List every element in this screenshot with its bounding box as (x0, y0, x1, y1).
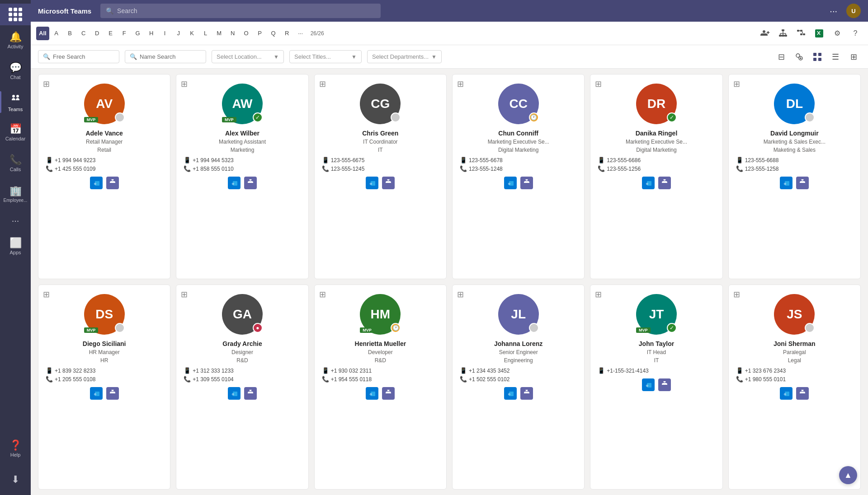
org-chart-tool[interactable] (776, 26, 790, 41)
person-card[interactable]: ⊞ CC 🕐 Chun Conniff Marketing Executive … (452, 74, 585, 279)
alpha-btn-n[interactable]: N (226, 27, 239, 40)
settings-tool[interactable]: ⚙ (830, 26, 844, 41)
alpha-btn-q[interactable]: Q (267, 27, 280, 40)
global-search[interactable]: 🔍 Search (100, 4, 381, 18)
qr-icon[interactable]: ⊞ (595, 290, 602, 299)
teams-chat-button[interactable] (106, 177, 119, 189)
person-card[interactable]: ⊞ GA ● Grady Archie Designer R&D 📱 +1 31… (176, 285, 308, 490)
teams-chat-button[interactable] (520, 387, 533, 400)
sidebar-item-help[interactable]: ❓ Help (0, 434, 31, 464)
alpha-btn-l[interactable]: L (199, 27, 212, 40)
outlook-button[interactable]: O (366, 177, 378, 189)
outlook-button[interactable]: O (780, 387, 793, 400)
alpha-btn-p[interactable]: P (254, 27, 266, 40)
teams-chat-button[interactable] (520, 177, 533, 189)
alpha-btn-j[interactable]: J (172, 27, 185, 40)
teams-chat-button[interactable] (244, 177, 257, 189)
filter-icon-btn[interactable]: ⊟ (774, 50, 788, 64)
alpha-btn-f[interactable]: F (118, 27, 131, 40)
help-tool[interactable]: ? (848, 26, 863, 41)
sidebar-item-calls[interactable]: 📞 Calls (0, 148, 31, 179)
qr-icon[interactable]: ⊞ (457, 79, 464, 89)
results-count: 26/26 (311, 30, 324, 37)
alpha-btn-m[interactable]: M (213, 27, 226, 40)
sidebar-item-activity[interactable]: 🔔 Activity (0, 25, 31, 56)
person-card[interactable]: ⊞ JL Johanna Lorenz Senior Engineer Engi… (452, 285, 585, 490)
alpha-btn-o[interactable]: O (240, 27, 253, 40)
user-avatar[interactable]: U (846, 4, 861, 18)
sidebar-item-chat[interactable]: 💬 Chat (0, 56, 31, 87)
qr-icon[interactable]: ⊞ (181, 79, 188, 89)
outlook-button[interactable]: O (366, 387, 378, 400)
sidebar-item-apps[interactable]: ⬜ Apps (0, 231, 31, 262)
alpha-btn-i[interactable]: I (159, 27, 171, 40)
alpha-btn-d[interactable]: D (91, 27, 104, 40)
alpha-btn-k[interactable]: K (186, 27, 198, 40)
alpha-btn-r[interactable]: R (281, 27, 293, 40)
sidebar-more[interactable]: ··· (0, 210, 31, 231)
outlook-button[interactable]: O (504, 387, 517, 400)
add-person-tool[interactable] (758, 26, 772, 41)
alpha-btn-e[interactable]: E (104, 27, 117, 40)
qr-icon[interactable]: ⊞ (733, 290, 740, 299)
person-card[interactable]: ⊞ CG Chris Green IT Coordinator IT 📱 123… (314, 74, 447, 279)
scroll-top-button[interactable]: ▲ (839, 466, 857, 484)
qr-icon[interactable]: ⊞ (319, 79, 326, 89)
outlook-button[interactable]: O (90, 387, 103, 400)
qr-icon[interactable]: ⊞ (457, 290, 464, 299)
sidebar-item-calendar[interactable]: 📅 Calendar (0, 117, 31, 148)
person-mobile: 📱 +1 312 333 1233 (184, 367, 301, 374)
excel-tool[interactable] (812, 26, 826, 41)
alpha-btn-a[interactable]: A (50, 27, 63, 40)
alpha-btn-more[interactable]: ··· (294, 27, 307, 40)
qr-icon[interactable]: ⊞ (319, 290, 326, 299)
sidebar-item-download[interactable]: ⬇ (0, 464, 31, 495)
person-card[interactable]: ⊞ HM MVP 🕐 Henrietta Mueller Developer R… (314, 285, 447, 490)
alpha-btn-c[interactable]: C (77, 27, 90, 40)
teams-chat-button[interactable] (244, 387, 257, 400)
free-search-input[interactable]: 🔍 Free Search (38, 50, 119, 63)
teams-chat-button[interactable] (658, 177, 671, 189)
sidebar-item-employee[interactable]: 🏢 Employee... (0, 179, 31, 210)
sidebar-item-teams[interactable]: Teams (0, 87, 31, 117)
alpha-btn-h[interactable]: H (145, 27, 158, 40)
person-card[interactable]: ⊞ AW MVP ✓ Alex Wilber Marketing Assista… (176, 74, 308, 279)
teams-chat-button[interactable] (106, 387, 119, 400)
outlook-button[interactable]: O (780, 177, 793, 189)
outlook-button[interactable]: O (504, 177, 517, 189)
teams-chat-button[interactable] (658, 378, 671, 391)
outlook-button[interactable]: O (642, 177, 655, 189)
outlook-button[interactable]: O (228, 177, 241, 189)
name-search-input[interactable]: 🔍 Name Search (125, 50, 206, 63)
alpha-btn-g[interactable]: G (132, 27, 144, 40)
person-card[interactable]: ⊞ JT MVP ✓ John Taylor IT Head IT 📱 +1-1… (590, 285, 722, 490)
alpha-btn-b[interactable]: B (64, 27, 76, 40)
qr-icon[interactable]: ⊞ (181, 290, 188, 299)
outlook-button[interactable]: O (642, 378, 655, 391)
teams-chat-button[interactable] (796, 177, 809, 189)
qr-icon[interactable]: ⊞ (43, 290, 50, 299)
qr-icon[interactable]: ⊞ (43, 79, 50, 89)
hierarchy-tool[interactable] (794, 26, 808, 41)
person-card[interactable]: ⊞ DS MVP Diego Siciliani HR Manager HR 📱… (38, 285, 170, 490)
location-filter[interactable]: Select Location... ▼ (212, 50, 284, 63)
outlook-button[interactable]: O (228, 387, 241, 400)
qr-icon[interactable]: ⊞ (595, 79, 602, 89)
person-card[interactable]: ⊞ JS Joni Sherman Paralegal Legal 📱 +1 3… (728, 285, 861, 490)
outlook-button[interactable]: O (90, 177, 103, 189)
teams-chat-button[interactable] (382, 387, 395, 400)
teams-chat-button[interactable] (382, 177, 395, 189)
person-card[interactable]: ⊞ DR ✓ Danika Ringel Marketing Executive… (590, 74, 722, 279)
qr-icon[interactable]: ⊞ (733, 79, 740, 89)
grid-view-btn[interactable]: ⊞ (846, 50, 861, 64)
list-view-btn[interactable]: ☰ (828, 50, 843, 64)
teams-chat-button[interactable] (796, 387, 809, 400)
alpha-btn-all[interactable]: All (36, 27, 49, 40)
card-view-btn[interactable] (810, 50, 825, 64)
titlebar-more-icon[interactable]: ··· (830, 6, 837, 16)
person-card[interactable]: ⊞ DL David Longmuir Marketing & Sales Ex… (728, 74, 861, 279)
add-filter-btn[interactable] (792, 50, 807, 64)
departments-filter[interactable]: Select Departments... ▼ (367, 50, 442, 63)
titles-filter[interactable]: Select Titles... ▼ (289, 50, 362, 63)
person-card[interactable]: ⊞ AV MVP Adele Vance Retail Manager Reta… (38, 74, 170, 279)
